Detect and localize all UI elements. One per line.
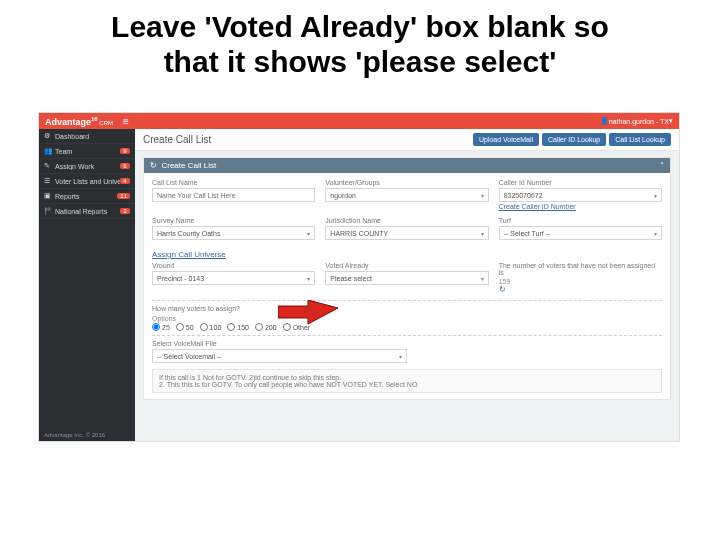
voted-already-select[interactable]: Please select▾ xyxy=(325,271,488,285)
radio-100[interactable]: 100 xyxy=(200,323,222,331)
chevron-down-icon: ▾ xyxy=(654,192,657,199)
survey-name-select[interactable]: Harris County Oaths▾ xyxy=(152,226,315,240)
pencil-icon: ✎ xyxy=(44,162,52,170)
user-icon: 👤 xyxy=(600,117,609,125)
brand-logo: Advantage16 CRM xyxy=(45,116,113,127)
badge: 6 xyxy=(120,163,130,169)
call-list-name-input[interactable] xyxy=(152,188,315,202)
radio-150[interactable]: 150 xyxy=(227,323,249,331)
chevron-down-icon: ▾ xyxy=(307,275,310,282)
sidebar-item-dashboard[interactable]: ⚙Dashboard xyxy=(39,129,135,144)
volunteer-groups-select[interactable]: ngordon▾ xyxy=(325,188,488,202)
chevron-down-icon: ▾ xyxy=(307,230,310,237)
field-label: Caller Id Number xyxy=(499,179,662,186)
badge: 11 xyxy=(117,193,130,199)
refresh-icon[interactable]: ↻ xyxy=(499,285,506,294)
sidebar-item-national-reports[interactable]: 🏴National Reports3 xyxy=(39,204,135,219)
sidebar-item-voter-lists[interactable]: ☰Voter Lists and Universes4 xyxy=(39,174,135,189)
refresh-icon[interactable]: ↻ xyxy=(150,161,157,170)
sidebar: ⚙Dashboard 👥Team9 ✎Assign Work6 ☰Voter L… xyxy=(39,129,135,441)
assign-count-radios: 25 50 100 150 200 Other xyxy=(152,323,662,331)
jurisdiction-select[interactable]: HARRIS COUNTY▾ xyxy=(325,226,488,240)
field-label: Vround xyxy=(152,262,315,269)
gauge-icon: ⚙ xyxy=(44,132,52,140)
radio-25[interactable]: 25 xyxy=(152,323,170,331)
vround-select[interactable]: Precinct - 0143▾ xyxy=(152,271,315,285)
chevron-down-icon: ▾ xyxy=(481,230,484,237)
page-header: Create Call List Upload VoiceMail Caller… xyxy=(135,129,679,151)
call-list-lookup-button[interactable]: Call List Lookup xyxy=(609,133,671,146)
radio-200[interactable]: 200 xyxy=(255,323,277,331)
badge: 9 xyxy=(120,148,130,154)
caller-id-lookup-button[interactable]: Caller ID Lookup xyxy=(542,133,606,146)
slide-title: Leave 'Voted Already' box blank so that … xyxy=(0,0,720,83)
field-label: Voted Already xyxy=(325,262,488,269)
unassigned-count: 159 xyxy=(499,278,662,285)
team-icon: 👥 xyxy=(44,147,52,155)
list-icon: ☰ xyxy=(44,177,52,185)
assign-call-universe-link[interactable]: Assign Call Universe xyxy=(152,250,226,259)
field-label: Volunteer/Groups xyxy=(325,179,488,186)
voicemail-select[interactable]: -- Select Voicemail --▾ xyxy=(152,349,407,363)
field-label: Jurisdiction Name xyxy=(325,217,488,224)
instruction-note: If this call is 1 Not for GOTV. 2)id con… xyxy=(152,369,662,393)
sidebar-item-reports[interactable]: ▣Reports11 xyxy=(39,189,135,204)
sidebar-footer: Advantage Inc. © 2016 xyxy=(39,429,135,441)
chart-icon: ▣ xyxy=(44,192,52,200)
chevron-down-icon: ▾ xyxy=(669,117,673,125)
field-label: How many voters to assign? xyxy=(152,305,662,312)
user-menu[interactable]: 👤 nathan.gordon - TX ▾ xyxy=(600,113,673,129)
topbar: Advantage16 CRM ≡ 👤 nathan.gordon - TX ▾ xyxy=(39,113,679,129)
field-label: The number of voters that have not been … xyxy=(499,262,662,276)
panel-header: ↻ Create Call List ˄ xyxy=(144,158,670,173)
turf-select[interactable]: -- Select Turf --▾ xyxy=(499,226,662,240)
radio-50[interactable]: 50 xyxy=(176,323,194,331)
main-content: Create Call List Upload VoiceMail Caller… xyxy=(135,129,679,441)
upload-voicemail-button[interactable]: Upload VoiceMail xyxy=(473,133,539,146)
chevron-down-icon: ▾ xyxy=(654,230,657,237)
radio-other[interactable]: Other xyxy=(283,323,311,331)
badge: 3 xyxy=(120,208,130,214)
caller-id-select[interactable]: 8325070672▾ xyxy=(499,188,662,202)
sidebar-item-team[interactable]: 👥Team9 xyxy=(39,144,135,159)
create-caller-id-link[interactable]: Create Caller ID Number xyxy=(499,203,576,210)
collapse-icon[interactable]: ˄ xyxy=(660,161,664,170)
field-label: Survey Name xyxy=(152,217,315,224)
create-call-list-panel: ↻ Create Call List ˄ Call List Name Volu… xyxy=(143,157,671,400)
field-label: Select VoiceMail File xyxy=(152,340,662,347)
app-screenshot: Advantage16 CRM ≡ 👤 nathan.gordon - TX ▾… xyxy=(38,112,680,442)
chevron-down-icon: ▾ xyxy=(481,275,484,282)
page-title: Create Call List xyxy=(143,134,211,145)
field-label: Call List Name xyxy=(152,179,315,186)
menu-toggle-icon[interactable]: ≡ xyxy=(123,116,129,127)
badge: 4 xyxy=(120,178,130,184)
sidebar-item-assign-work[interactable]: ✎Assign Work6 xyxy=(39,159,135,174)
field-label: Turf xyxy=(499,217,662,224)
chevron-down-icon: ▾ xyxy=(399,353,402,360)
flag-icon: 🏴 xyxy=(44,207,52,215)
options-label: Options xyxy=(152,315,176,322)
chevron-down-icon: ▾ xyxy=(481,192,484,199)
